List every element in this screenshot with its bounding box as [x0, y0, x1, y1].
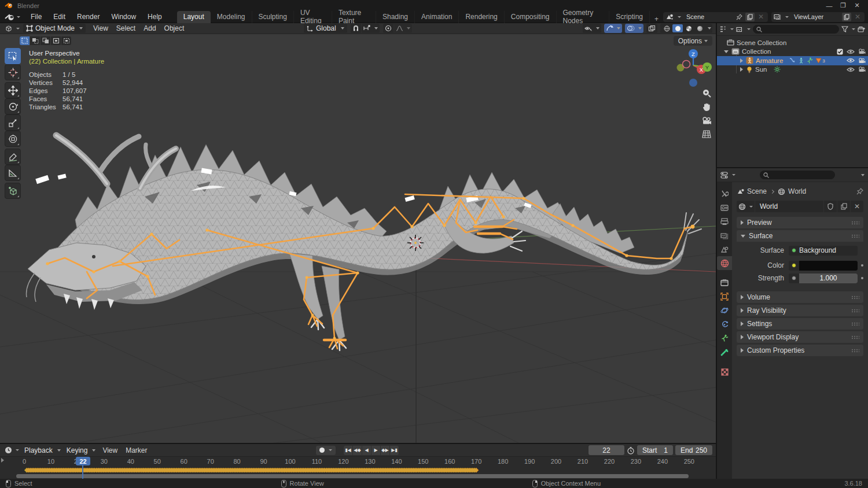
workspace-tab[interactable]: Rendering: [459, 11, 504, 23]
auto-keying-record-ic[interactable]: [319, 448, 325, 453]
scene-selector[interactable]: Scene ✕: [663, 12, 768, 22]
panel-surface[interactable]: Surface: [737, 230, 863, 242]
tab-texture[interactable]: [717, 365, 732, 379]
properties-options-dropdown-icon[interactable]: [861, 174, 865, 176]
breadcrumb-scene[interactable]: Scene: [747, 187, 767, 195]
viewport-menu-item[interactable]: Add: [139, 24, 160, 32]
tab-output[interactable]: [717, 215, 732, 228]
playhead-line[interactable]: [82, 465, 83, 479]
panel-drag-handle[interactable]: [851, 309, 859, 313]
viewport-menu-item[interactable]: Object: [160, 24, 189, 32]
minimize-icon[interactable]: —: [825, 2, 833, 9]
pin-icon[interactable]: [856, 188, 863, 195]
object-visibility-dropdown[interactable]: [583, 24, 601, 33]
playback-menu[interactable]: Playback: [21, 446, 64, 455]
timeline-editor-type-button[interactable]: [2, 446, 21, 454]
gizmo-axis-neg-x[interactable]: [683, 61, 690, 68]
viewport-menu-item[interactable]: View: [89, 24, 112, 32]
workspace-tab[interactable]: Scripting: [609, 11, 650, 23]
play-reverse-button[interactable]: ◀: [362, 446, 371, 455]
keying-menu[interactable]: Keying: [64, 446, 99, 455]
play-button[interactable]: ▶: [372, 446, 380, 455]
viewport-canvas[interactable]: [0, 23, 716, 444]
show-gizmo-toggle[interactable]: [604, 24, 622, 33]
tab-collection[interactable]: [717, 276, 732, 290]
tool-cursor[interactable]: [5, 64, 21, 80]
maximize-icon[interactable]: ❐: [839, 2, 847, 9]
proportional-edit-toggle[interactable]: [383, 24, 393, 33]
app-menu-button[interactable]: [0, 13, 25, 21]
current-frame-field[interactable]: 22: [589, 445, 624, 455]
strength-value[interactable]: 1.000: [799, 273, 858, 283]
menu-item[interactable]: File: [25, 11, 47, 23]
pin-icon[interactable]: [734, 13, 744, 21]
gizmo-axis-neg-z[interactable]: [689, 79, 697, 87]
outliner-row-scene-collection[interactable]: Scene Collection: [717, 38, 868, 47]
surface-type-dropdown[interactable]: Background: [789, 246, 858, 256]
select-mode-extend[interactable]: [30, 36, 40, 45]
editor-type-button[interactable]: [2, 25, 22, 32]
shading-rendered-button[interactable]: [694, 24, 705, 32]
collapsed-panel[interactable]: Viewport Display: [737, 331, 863, 343]
options-button[interactable]: Options: [674, 36, 712, 46]
select-mode-intersect[interactable]: [61, 36, 71, 45]
gizmo-axis-neg-y[interactable]: [677, 64, 685, 72]
timeline-scrollbar[interactable]: [16, 474, 689, 478]
hide-eye-icon[interactable]: [847, 58, 855, 63]
keyframe-strip[interactable]: ◆◆◆◆◆◆◆◆◆◆◆◆◆◆◆◆◆◆◆◆◆◆◆◆◆◆◆◆◆◆◆◆◆◆◆◆◆◆◆◆…: [24, 466, 713, 473]
outliner-search-input[interactable]: [753, 25, 839, 34]
dragon-model[interactable]: [27, 135, 701, 350]
collapsed-panel[interactable]: Custom Properties: [737, 345, 863, 356]
transform-orientation-dropdown[interactable]: Global: [304, 24, 347, 33]
region-divider-vertical[interactable]: [716, 23, 717, 479]
snap-settings-dropdown[interactable]: [362, 24, 380, 33]
panel-drag-handle[interactable]: [851, 234, 859, 238]
disclosure-open-icon[interactable]: [724, 50, 729, 53]
animate-property-icon[interactable]: [861, 277, 863, 279]
properties-search-input[interactable]: [760, 171, 835, 179]
viewport-menu-item[interactable]: Select: [112, 24, 139, 32]
breadcrumb-world[interactable]: World: [788, 187, 806, 195]
camera-view-button[interactable]: [700, 114, 713, 127]
tool-add-cube[interactable]: [5, 183, 21, 199]
jump-to-start-button[interactable]: ▮◀: [344, 446, 352, 455]
color-swatch[interactable]: [799, 261, 858, 271]
tool-transform[interactable]: [5, 131, 21, 147]
new-collection-button[interactable]: [858, 26, 866, 33]
tab-constraints[interactable]: [717, 317, 732, 331]
workspace-tab[interactable]: Shading: [376, 11, 415, 23]
collection-checkbox[interactable]: [837, 49, 843, 55]
unlink-icon[interactable]: ✕: [756, 13, 766, 21]
tab-object-data[interactable]: [717, 331, 732, 345]
remove-viewlayer-icon[interactable]: ✕: [853, 13, 862, 21]
panel-drag-handle[interactable]: [851, 349, 859, 353]
toggle-orthographic-button[interactable]: [700, 128, 713, 141]
pan-view-button[interactable]: [700, 101, 713, 113]
workspace-tab[interactable]: Sculpting: [252, 11, 294, 23]
outliner-row-armature[interactable]: Armature 3: [717, 56, 868, 65]
shading-wireframe-button[interactable]: [661, 24, 672, 32]
outliner-display-mode-button[interactable]: [736, 26, 751, 33]
properties-editor-type-button[interactable]: [720, 172, 735, 179]
view-menu[interactable]: View: [98, 446, 122, 454]
select-mode-new[interactable]: [20, 36, 30, 45]
tool-rotate[interactable]: [5, 98, 21, 114]
tool-select-box[interactable]: [5, 48, 21, 64]
viewlayer-selector[interactable]: ViewLayer ✕: [771, 12, 865, 22]
unlink-datablock-icon[interactable]: ✕: [851, 201, 863, 212]
world-datablock-dropdown[interactable]: [737, 201, 755, 212]
tool-move[interactable]: [5, 82, 21, 98]
tab-world[interactable]: [717, 256, 732, 270]
menu-item[interactable]: Window: [105, 11, 142, 23]
workspace-tab[interactable]: Texture Paint: [332, 11, 376, 23]
menu-item[interactable]: Edit: [47, 11, 71, 23]
proportional-falloff-dropdown[interactable]: [394, 24, 412, 33]
navigation-gizmo[interactable]: Z X Y: [671, 47, 713, 89]
tool-annotate[interactable]: [5, 149, 21, 165]
tab-tool[interactable]: [717, 187, 732, 201]
hide-eye-icon[interactable]: [847, 67, 855, 72]
new-datablock-icon[interactable]: [842, 13, 851, 21]
frame-end-field[interactable]: End 250: [675, 445, 712, 455]
panel-drag-handle[interactable]: [851, 335, 859, 339]
disable-render-camera-icon[interactable]: [858, 66, 866, 72]
